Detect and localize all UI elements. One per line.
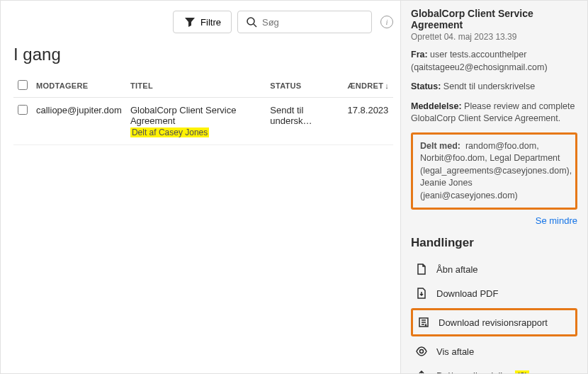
svg-point-3: [420, 350, 424, 353]
col-titel[interactable]: TITEL: [126, 74, 266, 98]
row-aendret: 17.8.2023: [343, 98, 393, 145]
action-download-audit-report[interactable]: Download revisionsrapport: [411, 308, 577, 336]
detail-status: Status: Sendt til underskrivelse: [411, 81, 577, 94]
search-input[interactable]: [262, 17, 364, 28]
toolbar: Filtre i: [13, 8, 393, 43]
info-icon[interactable]: i: [380, 16, 393, 28]
detail-sidebar: GlobalCorp Client Service Agreement Opre…: [400, 1, 587, 373]
see-less-link[interactable]: Se mindre: [411, 215, 577, 226]
search-icon: [245, 16, 258, 28]
download-report-icon: [417, 316, 430, 329]
filter-button[interactable]: Filtre: [173, 11, 232, 33]
svg-point-0: [247, 18, 254, 25]
page-title: I gang: [13, 45, 393, 64]
share-icon: [415, 369, 428, 373]
download-pdf-icon: [415, 287, 428, 300]
sort-desc-icon: ↓: [385, 81, 389, 90]
share-count-badge: (3): [515, 370, 529, 374]
table-row[interactable]: calliope@jupiter.dom GlobalCorp Client S…: [13, 98, 393, 145]
detail-from: Fra: user tests.accounthelper (qaitstage…: [411, 49, 577, 74]
filter-label: Filtre: [200, 17, 221, 28]
document-icon: [415, 263, 428, 276]
col-aendret[interactable]: ÆNDRET↓: [343, 74, 393, 98]
action-view-agreement[interactable]: Vis aftale: [411, 339, 577, 363]
detail-created: Oprettet 04. maj 2023 13.39: [411, 32, 577, 42]
action-share-cancel-share[interactable]: Del/annuller deling (3): [411, 363, 577, 373]
eye-icon: [415, 345, 428, 358]
detail-title: GlobalCorp Client Service Agreement: [411, 8, 577, 30]
shared-by-label: Delt af Casey Jones: [130, 128, 209, 137]
action-download-pdf[interactable]: Download PDF: [411, 281, 577, 305]
action-open-agreement[interactable]: Åbn aftale: [411, 257, 577, 281]
actions-heading: Handlinger: [411, 236, 577, 250]
detail-message: Meddelelse: Please review and complete G…: [411, 101, 577, 125]
col-status[interactable]: STATUS: [266, 74, 343, 98]
main-panel: Filtre i I gang MODTAGERE TITEL STATUS Æ…: [1, 1, 400, 373]
col-modtagere[interactable]: MODTAGERE: [32, 74, 126, 98]
agreements-table: MODTAGERE TITEL STATUS ÆNDRET↓ calliope@…: [13, 74, 393, 145]
row-status: Sendt til undersk…: [266, 98, 343, 145]
row-checkbox[interactable]: [18, 105, 28, 115]
select-all-checkbox[interactable]: [18, 80, 28, 90]
row-modtager: calliope@jupiter.dom: [32, 98, 126, 145]
search-box[interactable]: [237, 11, 372, 33]
svg-line-1: [254, 24, 256, 27]
row-titel: GlobalCorp Client Service Agreement Delt…: [126, 98, 266, 145]
funnel-icon: [183, 16, 196, 28]
shared-with-box: Delt med: random@foo.dom, Norbit@foo.dom…: [411, 132, 577, 210]
